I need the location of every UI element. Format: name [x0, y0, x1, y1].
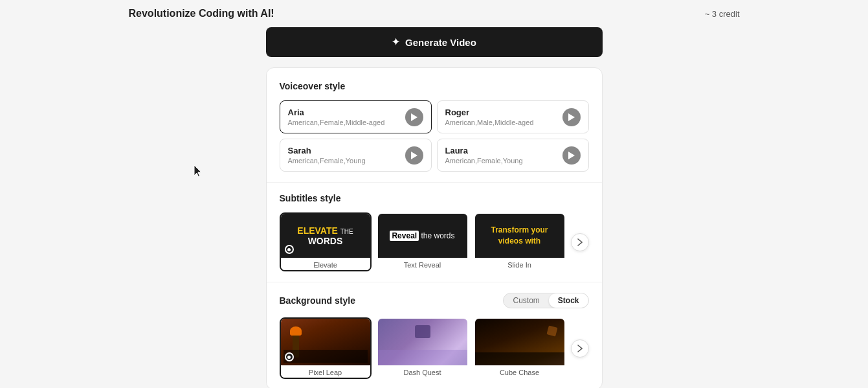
bg-label-pixel: Pixel Leap [281, 365, 370, 378]
bg-stock-button[interactable]: Stock [549, 293, 588, 308]
svg-marker-0 [411, 113, 417, 121]
bg-toggle: Custom Stock [503, 293, 588, 308]
elevate-the: THE [340, 228, 353, 235]
play-roger-button[interactable] [562, 108, 581, 126]
elevate-words: WORDS [308, 236, 343, 246]
voice-info-laura: Laura American,Female,Young [445, 146, 523, 165]
bg-item-cube-chase[interactable]: Cube Chase [474, 317, 566, 379]
voice-item-laura[interactable]: Laura American,Female,Young [437, 139, 589, 172]
voiceover-title: Voiceover style [280, 81, 589, 91]
voice-name-laura: Laura [445, 146, 523, 155]
reveal-text: Reveal the words [390, 231, 454, 240]
reveal-preview: Reveal the words [378, 214, 467, 258]
bg-title: Background style [280, 295, 355, 306]
voice-desc-aria: American,Female,Middle-aged [288, 119, 385, 126]
play-sarah-button[interactable] [405, 146, 423, 165]
bg-label-cube: Cube Chase [475, 365, 564, 378]
voice-desc-laura: American,Female,Young [445, 157, 523, 165]
cursor-icon [194, 165, 205, 178]
subtitle-item-text-reveal[interactable]: Reveal the words Text Reveal [377, 212, 469, 271]
generate-label: Generate Video [405, 37, 476, 48]
voice-item-sarah[interactable]: Sarah American,Female,Young [280, 139, 432, 172]
voice-desc-roger: American,Male,Middle-aged [445, 119, 534, 126]
bg-section-header: Background style Custom Stock [280, 293, 589, 308]
page-wrapper: Revolutionize Coding with AI! ~ 3 credit… [0, 0, 868, 388]
voice-info-sarah: Sarah American,Female,Young [288, 146, 366, 165]
generate-video-button[interactable]: ✦ Generate Video [266, 27, 603, 57]
bg-item-pixel-leap[interactable]: Pixel Leap [280, 317, 372, 379]
subtitle-item-elevate[interactable]: ELEVATE THE WORDS Elevate [280, 212, 372, 271]
bg-carousel: Pixel Leap Dash Quest [280, 317, 589, 379]
cube-bg [475, 319, 564, 365]
voice-info-aria: Aria American,Female,Middle-aged [288, 108, 385, 126]
play-laura-button[interactable] [562, 146, 581, 165]
divider-2 [267, 282, 602, 282]
elevate-highlight: ELEVATE [297, 225, 338, 236]
bg-label-dash: Dash Quest [378, 365, 467, 378]
voice-desc-sarah: American,Female,Young [288, 157, 366, 165]
reveal-highlight: Reveal [390, 231, 419, 241]
selected-dot-elevate [285, 245, 294, 254]
svg-marker-1 [568, 113, 575, 121]
bg-thumb-pixel [281, 319, 370, 365]
bg-thumb-cube [475, 319, 564, 365]
bg-carousel-next[interactable] [571, 339, 589, 358]
voice-name-roger: Roger [445, 108, 534, 117]
slidein-preview: Transform yourvideos with [475, 214, 564, 258]
voice-name-aria: Aria [288, 108, 385, 117]
elevate-preview: ELEVATE THE WORDS [281, 214, 370, 258]
selected-dot-bg [285, 352, 294, 361]
elevate-label: Elevate [281, 258, 370, 270]
pixel-bg [281, 319, 370, 365]
elevate-text: ELEVATE THE WORDS [297, 225, 353, 246]
voice-grid: Aria American,Female,Middle-aged Roger A… [280, 100, 589, 172]
slidein-text: Transform yourvideos with [491, 225, 548, 247]
subtitles-title: Subtitles style [280, 193, 589, 203]
voice-name-sarah: Sarah [288, 146, 366, 155]
voice-item-aria[interactable]: Aria American,Female,Middle-aged [280, 100, 432, 133]
voiceover-section: Voiceover style Aria American,Female,Mid… [280, 81, 589, 172]
background-section: Background style Custom Stock [280, 293, 589, 379]
svg-marker-2 [411, 152, 417, 159]
generate-icon: ✦ [392, 36, 400, 48]
play-aria-button[interactable] [405, 108, 423, 126]
svg-marker-3 [568, 152, 575, 159]
subtitle-carousel: ELEVATE THE WORDS Elevate Reveal the wor… [280, 212, 589, 271]
reveal-label: Text Reveal [378, 258, 467, 270]
subtitle-item-slide-in[interactable]: Transform yourvideos with Slide In [474, 212, 566, 271]
bg-item-dash-quest[interactable]: Dash Quest [377, 317, 469, 379]
voice-item-roger[interactable]: Roger American,Male,Middle-aged [437, 100, 589, 133]
slidein-label: Slide In [475, 258, 564, 270]
voice-info-roger: Roger American,Male,Middle-aged [445, 108, 534, 126]
settings-card: Voiceover style Aria American,Female,Mid… [266, 67, 603, 388]
subtitle-carousel-next[interactable] [571, 233, 589, 251]
credit-badge: ~ 3 credit [705, 9, 740, 19]
subtitles-section: Subtitles style ELEVATE THE WORDS Elevat… [280, 193, 589, 271]
dash-bg [378, 319, 467, 365]
divider-1 [267, 182, 602, 183]
bg-thumb-dash [378, 319, 467, 365]
reveal-normal: the words [421, 231, 455, 240]
page-title: Revolutionize Coding with AI! [129, 8, 274, 19]
bg-custom-button[interactable]: Custom [504, 293, 548, 308]
top-bar: Revolutionize Coding with AI! ~ 3 credit [124, 8, 745, 27]
